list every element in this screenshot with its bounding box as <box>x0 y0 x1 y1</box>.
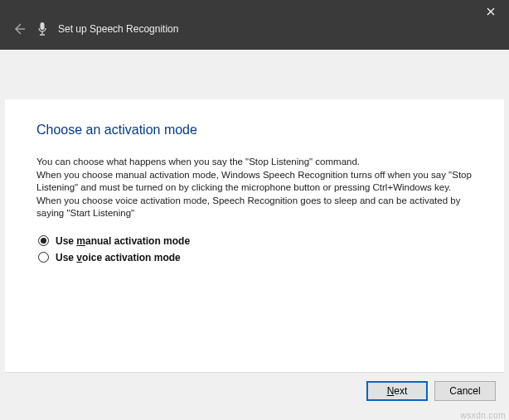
back-button[interactable] <box>12 22 27 36</box>
microphone-icon <box>36 22 48 36</box>
radio-label-manual: Use manual activation mode <box>56 235 190 247</box>
content-panel: Choose an activation mode You can choose… <box>5 99 504 372</box>
radio-manual-activation[interactable]: Use manual activation mode <box>38 235 473 247</box>
next-button[interactable]: Next <box>366 381 428 401</box>
wizard-body: Choose an activation mode You can choose… <box>0 50 509 420</box>
close-icon <box>487 7 495 16</box>
close-button[interactable] <box>473 0 509 23</box>
activation-options: Use manual activation mode Use voice act… <box>38 235 473 263</box>
radio-label-voice: Use voice activation mode <box>56 252 181 263</box>
window-title: Set up Speech Recognition <box>58 23 178 35</box>
svg-rect-0 <box>41 22 45 30</box>
cancel-button[interactable]: Cancel <box>434 381 496 401</box>
radio-indicator-icon <box>38 252 49 263</box>
watermark-text: wsxdn.com <box>460 411 506 420</box>
titlebar: Set up Speech Recognition <box>0 0 509 50</box>
radio-voice-activation[interactable]: Use voice activation mode <box>38 252 473 263</box>
description-text: You can choose what happens when you say… <box>36 156 473 220</box>
page-heading: Choose an activation mode <box>36 123 473 138</box>
back-arrow-icon <box>12 22 26 36</box>
button-bar: Next Cancel <box>5 372 504 408</box>
radio-indicator-icon <box>38 235 49 246</box>
